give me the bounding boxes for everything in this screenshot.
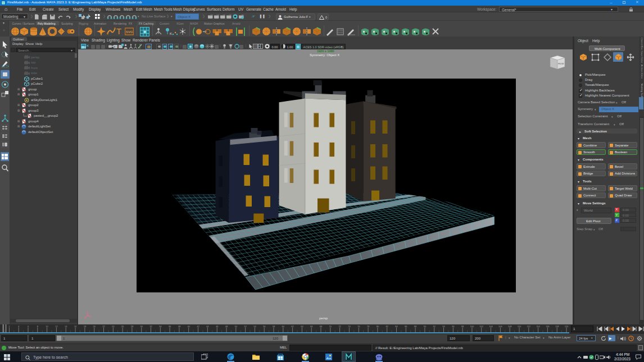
svg-text:72: 72 bbox=[338, 325, 341, 328]
svg-text:120: 120 bbox=[565, 325, 569, 328]
svg-text:68: 68 bbox=[320, 325, 323, 328]
svg-text:84: 84 bbox=[395, 325, 398, 328]
svg-text:4: 4 bbox=[18, 325, 20, 328]
svg-text:28: 28 bbox=[131, 325, 134, 328]
svg-text:18: 18 bbox=[84, 325, 87, 328]
svg-text:16: 16 bbox=[74, 325, 77, 328]
svg-text:8: 8 bbox=[37, 325, 39, 328]
svg-text:96: 96 bbox=[452, 325, 455, 328]
svg-text:110: 110 bbox=[518, 325, 521, 328]
svg-text:20: 20 bbox=[93, 325, 96, 328]
svg-text:26: 26 bbox=[121, 325, 124, 328]
svg-text:106: 106 bbox=[498, 325, 502, 328]
svg-text:92: 92 bbox=[433, 325, 436, 328]
svg-text:76: 76 bbox=[357, 325, 360, 328]
svg-text:88: 88 bbox=[414, 325, 417, 328]
svg-text:74: 74 bbox=[348, 325, 351, 328]
svg-text:66: 66 bbox=[310, 325, 313, 328]
svg-text:52: 52 bbox=[244, 325, 247, 328]
svg-text:10: 10 bbox=[46, 325, 48, 328]
svg-text:104: 104 bbox=[489, 325, 493, 328]
svg-text:6: 6 bbox=[28, 325, 29, 328]
svg-text:100: 100 bbox=[470, 325, 474, 328]
svg-text:34: 34 bbox=[159, 325, 162, 328]
svg-text:116: 116 bbox=[546, 325, 550, 328]
svg-text:14: 14 bbox=[65, 325, 67, 328]
svg-text:118: 118 bbox=[555, 325, 559, 328]
svg-text:38: 38 bbox=[178, 325, 181, 328]
svg-text:48: 48 bbox=[225, 325, 228, 328]
svg-text:56: 56 bbox=[263, 325, 266, 328]
svg-text:80: 80 bbox=[377, 325, 379, 328]
svg-text:82: 82 bbox=[386, 325, 388, 328]
svg-text:50: 50 bbox=[235, 325, 238, 328]
svg-text:112: 112 bbox=[527, 325, 531, 328]
svg-text:42: 42 bbox=[197, 325, 199, 328]
svg-text:22: 22 bbox=[102, 325, 105, 328]
svg-text:102: 102 bbox=[479, 325, 483, 328]
svg-text:24: 24 bbox=[112, 325, 115, 328]
svg-text:58: 58 bbox=[273, 325, 275, 328]
svg-text:108: 108 bbox=[508, 325, 512, 328]
svg-text:78: 78 bbox=[367, 325, 370, 328]
svg-text:64: 64 bbox=[301, 325, 303, 328]
svg-text:44: 44 bbox=[206, 325, 209, 328]
svg-text:SVG: SVG bbox=[126, 30, 133, 34]
svg-text:54: 54 bbox=[253, 325, 256, 328]
svg-text:▸: ▸ bbox=[114, 45, 116, 48]
svg-text:40: 40 bbox=[187, 325, 190, 328]
svg-text:2: 2 bbox=[8, 325, 10, 328]
svg-text:90: 90 bbox=[424, 325, 427, 328]
svg-text:70: 70 bbox=[329, 325, 332, 328]
svg-text:12: 12 bbox=[55, 325, 58, 328]
svg-text:46: 46 bbox=[216, 325, 219, 328]
svg-text:32: 32 bbox=[149, 325, 152, 328]
svg-text:94: 94 bbox=[442, 325, 445, 328]
svg-text:FRONT: FRONT bbox=[558, 63, 564, 65]
svg-text:60: 60 bbox=[282, 325, 285, 328]
svg-text:K: K bbox=[170, 32, 172, 35]
svg-text:30: 30 bbox=[140, 325, 143, 328]
svg-text:36: 36 bbox=[169, 325, 171, 328]
svg-text:114: 114 bbox=[536, 325, 540, 328]
svg-text:98: 98 bbox=[461, 325, 464, 328]
svg-text:62: 62 bbox=[291, 325, 294, 328]
svg-text:86: 86 bbox=[405, 325, 407, 328]
